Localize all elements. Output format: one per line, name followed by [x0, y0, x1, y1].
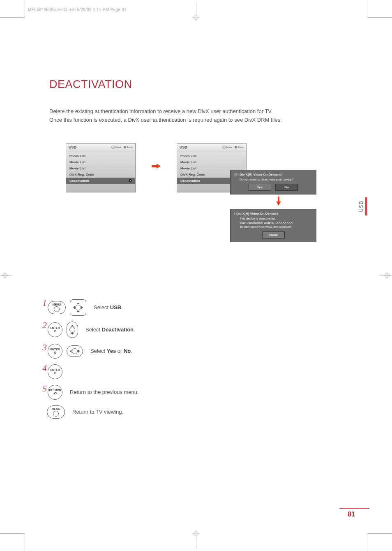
- crop-mark: [196, 2, 196, 15]
- step-number: 5: [41, 383, 47, 394]
- step-1: 1 MENU Select USB.: [41, 299, 359, 316]
- crop-mark: [196, 536, 196, 549]
- osd-item-photo: Photo List: [66, 153, 135, 159]
- crop-mark: [380, 276, 392, 276]
- enter-icon: [129, 179, 132, 182]
- intro-line: Once this function is executed, a DivX u…: [49, 116, 359, 125]
- step-text: Select Yes or No.: [90, 348, 132, 354]
- step-number: 4: [41, 363, 47, 373]
- arrow-right-icon: [152, 164, 161, 169]
- yes-button: Yes: [249, 184, 271, 191]
- step-6: MENU Return to TV viewing.: [47, 405, 359, 419]
- side-tab-label: USB: [358, 201, 364, 212]
- crop-mark: [367, 534, 367, 551]
- confirm-dialog: i Div X(R) Video On Demand Do you want t…: [230, 170, 316, 194]
- side-tab: USB: [358, 197, 367, 215]
- dpad-vertical-icon: [67, 322, 78, 338]
- enter-button-icon: ENTER ⊙: [48, 364, 62, 379]
- step-text: Select Deactivation.: [85, 326, 135, 333]
- osd-title: USB: [69, 145, 76, 149]
- dpad-icon: [70, 299, 86, 316]
- info-icon: i: [234, 212, 235, 215]
- dialog-body: Do you want to deactivate your device?: [240, 178, 313, 181]
- crop-mark: [367, 17, 392, 18]
- info-icon: i: [234, 173, 238, 176]
- menu-button-icon: MENU: [48, 301, 66, 314]
- step-text: Return to TV viewing.: [72, 409, 123, 415]
- menu-button-icon: MENU: [47, 405, 65, 419]
- osd-panel-1: USB Move Enter Photo List Music List Mov…: [66, 143, 136, 192]
- crop-mark: [25, 0, 25, 17]
- move-icon: [111, 146, 115, 149]
- enter-button-icon: ENTER ⊙: [48, 322, 62, 337]
- dialog-title: Div X(R) Video On Demand: [236, 212, 278, 215]
- osd-item-photo: Photo List: [177, 153, 246, 159]
- move-icon: [222, 146, 226, 149]
- crop-mark: [0, 276, 12, 276]
- crop-mark: [367, 0, 367, 17]
- page-number: 81: [348, 511, 355, 518]
- osd-item-music: Music List: [177, 159, 246, 165]
- osd-item-music: Music List: [66, 159, 135, 165]
- osd-hint: Move Enter: [111, 146, 133, 149]
- return-button-icon: RETURN ↶: [48, 385, 62, 400]
- step-number: 2: [41, 320, 47, 331]
- intro-text: Delete the existing authentication infor…: [49, 107, 359, 125]
- result-dialog: i Div X(R) Video On Demand This device i…: [230, 209, 316, 242]
- step-4: 4 ENTER ⊙: [41, 364, 359, 379]
- step-3: 3 ENTER ⊙ Select Yes or No.: [41, 344, 359, 359]
- crop-mark: [25, 534, 25, 551]
- step-text: Select USB.: [94, 304, 123, 310]
- intro-line: Delete the existing authentication infor…: [49, 107, 359, 116]
- page-title: DEACTIVATION: [49, 78, 359, 91]
- enter-icon: [235, 146, 237, 148]
- step-number: 3: [41, 342, 47, 353]
- dialog-body: This device is deactivated. Your deactiv…: [240, 217, 313, 229]
- osd-item-movie: Movie List: [66, 165, 135, 171]
- crop-mark: [367, 533, 392, 534]
- crop-mark: [0, 533, 25, 534]
- enter-button-icon: ENTER ⊙: [48, 344, 62, 359]
- dialog-title: Div X(R) Video On Demand: [240, 173, 281, 176]
- osd-item-divx: DivX Reg. Code: [66, 171, 135, 178]
- crop-mark: [0, 17, 25, 18]
- step-text: Return to the previous menu.: [70, 389, 139, 395]
- close-button: Close: [262, 232, 285, 238]
- dpad-horizontal-icon: [67, 345, 83, 357]
- crop-mark: [194, 531, 198, 536]
- step-number: 1: [41, 298, 47, 308]
- enter-icon: [124, 146, 126, 148]
- step-2: 2 ENTER ⊙ Select Deactivation.: [41, 322, 359, 338]
- osd-item-deactivation: Deactivation: [66, 178, 135, 184]
- osd-title: USB: [180, 145, 187, 149]
- step-5: 5 RETURN ↶ Return to the previous menu.: [41, 385, 359, 400]
- crop-mark: [194, 15, 198, 20]
- header-slug: MFL58486305-Edit3-usb 5/29/09 1:11 PM Pa…: [28, 7, 127, 12]
- arrow-down-icon: [276, 197, 281, 206]
- osd-hint: Move Enter: [222, 146, 244, 149]
- no-button: No: [275, 184, 298, 191]
